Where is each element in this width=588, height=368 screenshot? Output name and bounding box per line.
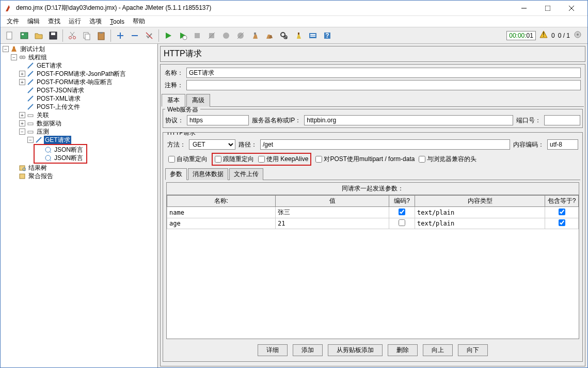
menu-options[interactable]: 选项 xyxy=(85,16,106,27)
start-no-timers-icon[interactable] xyxy=(176,29,189,42)
tab-basic[interactable]: 基本 xyxy=(162,94,185,107)
multipart-checkbox[interactable]: 对POST使用multipart / form-data xyxy=(315,155,415,164)
open-icon[interactable] xyxy=(32,29,45,42)
stop-icon[interactable] xyxy=(190,29,204,42)
thread-count: 0 / 1 xyxy=(558,32,570,39)
clear-all-icon[interactable] xyxy=(263,29,276,42)
tree-post-xml[interactable]: POST-XML请求 xyxy=(18,94,157,103)
new-icon[interactable] xyxy=(3,29,17,42)
tree-pressure-test[interactable]: −压测 xyxy=(18,127,157,136)
tab-advanced[interactable]: 高级 xyxy=(186,94,210,107)
expand-icon[interactable] xyxy=(114,29,127,42)
add-from-clipboard-button[interactable]: 从剪贴板添加 xyxy=(328,344,383,356)
col-name[interactable]: 名称: xyxy=(167,196,276,207)
menu-search[interactable]: 查找 xyxy=(44,16,65,27)
menu-tools[interactable]: Tools xyxy=(106,17,129,26)
delete-button[interactable]: 删除 xyxy=(388,344,418,356)
menu-edit[interactable]: 编辑 xyxy=(23,16,44,27)
follow-redirect-checkbox[interactable]: 跟随重定向 xyxy=(215,155,254,164)
copy-icon[interactable] xyxy=(80,29,93,42)
tree-post-json[interactable]: POST-JSON请求 xyxy=(18,86,157,94)
protocol-field[interactable] xyxy=(187,115,249,125)
detail-button[interactable]: 详细 xyxy=(258,344,288,356)
tree-post-form-response[interactable]: +POST-FORM请求-响应断言 xyxy=(18,78,157,86)
warning-icon: ! xyxy=(539,30,548,41)
svg-point-9 xyxy=(69,36,72,39)
name-label: 名称： xyxy=(165,69,183,77)
subtab-params[interactable]: 参数 xyxy=(165,168,187,180)
col-value[interactable]: 值 xyxy=(276,196,389,207)
add-button[interactable]: 添加 xyxy=(293,344,323,356)
browser-compat-checkbox[interactable]: 与浏览器兼容的头 xyxy=(419,155,476,164)
save-icon[interactable] xyxy=(46,29,60,42)
tree-json-assertion-1[interactable]: JSON断言 xyxy=(36,146,85,154)
shutdown-icon[interactable] xyxy=(205,29,218,42)
auto-redirect-checkbox[interactable]: 自动重定向 xyxy=(168,155,208,164)
table-row[interactable]: name 张三 text/plain xyxy=(167,207,579,218)
encode-checkbox[interactable] xyxy=(399,209,405,215)
params-table[interactable]: 名称: 值 编码? 内容类型 包含等于? name 张三 xyxy=(167,195,579,229)
remote-stop-icon[interactable] xyxy=(234,29,247,42)
name-field[interactable] xyxy=(186,68,581,78)
toggle-icon[interactable] xyxy=(142,29,156,42)
close-button[interactable] xyxy=(560,1,583,16)
cut-icon[interactable] xyxy=(66,29,79,42)
down-button[interactable]: 向下 xyxy=(458,344,488,356)
keepalive-checkbox[interactable]: 使用 KeepAlive xyxy=(258,155,308,164)
tree-data-driven[interactable]: +数据驱动 xyxy=(18,119,157,127)
paste-icon[interactable] xyxy=(94,29,108,42)
server-field[interactable] xyxy=(304,115,513,125)
path-label: 路径： xyxy=(239,140,257,149)
svg-line-11 xyxy=(71,32,74,37)
maximize-button[interactable] xyxy=(536,1,560,16)
timer-display: 00:00:01 xyxy=(506,31,536,40)
tree-post-upload[interactable]: POST-上传文件 xyxy=(18,103,157,111)
clear-icon[interactable] xyxy=(248,29,262,42)
search-icon[interactable] xyxy=(277,29,291,42)
col-type[interactable]: 内容类型 xyxy=(415,196,545,207)
svg-rect-32 xyxy=(298,33,299,35)
panel-title: HTTP请求 xyxy=(160,46,585,62)
method-label: 方法： xyxy=(167,140,186,149)
tree-test-plan[interactable]: −测试计划 xyxy=(2,45,157,53)
up-button[interactable]: 向上 xyxy=(423,344,453,356)
comment-field[interactable] xyxy=(186,80,581,90)
templates-icon[interactable] xyxy=(18,29,31,42)
tree-pressure-get-request[interactable]: −GET请求 xyxy=(26,136,157,144)
collapse-icon[interactable] xyxy=(128,29,141,42)
encode-checkbox[interactable] xyxy=(399,219,405,226)
tree-json-assertion-2[interactable]: JSON断言 xyxy=(36,154,85,162)
svg-point-42 xyxy=(22,56,25,59)
reset-search-icon[interactable] xyxy=(292,29,305,42)
port-field[interactable] xyxy=(544,115,580,125)
content-panel: HTTP请求 名称： 注释： 基本 高级 Web服务器 协议： xyxy=(158,44,587,368)
tree-relation[interactable]: +关联 xyxy=(18,111,157,119)
tree-get-request[interactable]: GET请求 xyxy=(18,61,157,70)
equals-checkbox[interactable] xyxy=(559,209,565,215)
path-field[interactable] xyxy=(260,139,510,150)
toolbar: ? 00:00:01 ! 0 0 / 1 xyxy=(1,27,587,44)
tree-thread-group[interactable]: −线程组 xyxy=(10,53,157,61)
tree-post-form-jsonpath[interactable]: +POST-FORM请求-JsonPath断言 xyxy=(18,70,157,78)
menu-file[interactable]: 文件 xyxy=(3,16,23,27)
settings-gear-icon[interactable] xyxy=(573,30,582,41)
minimize-button[interactable] xyxy=(512,1,536,16)
function-helper-icon[interactable] xyxy=(306,29,320,42)
tree-aggregate-report[interactable]: 聚合报告 xyxy=(10,172,157,180)
equals-checkbox[interactable] xyxy=(559,219,565,226)
encoding-field[interactable] xyxy=(547,139,578,150)
table-row[interactable]: age 21 text/plain xyxy=(167,218,579,229)
col-encode[interactable]: 编码? xyxy=(389,196,415,207)
menu-help[interactable]: 帮助 xyxy=(129,16,149,27)
svg-line-49 xyxy=(50,159,51,161)
remote-start-icon[interactable] xyxy=(219,29,233,42)
help-icon[interactable]: ? xyxy=(321,29,334,42)
subtab-body[interactable]: 消息体数据 xyxy=(188,168,228,180)
start-icon[interactable] xyxy=(162,29,175,42)
menu-run[interactable]: 运行 xyxy=(65,16,85,27)
col-equals[interactable]: 包含等于? xyxy=(545,196,579,207)
method-select[interactable]: GET xyxy=(189,139,235,150)
tree-results-tree[interactable]: 结果树 xyxy=(10,164,157,172)
svg-rect-1 xyxy=(545,6,550,11)
subtab-files[interactable]: 文件上传 xyxy=(229,168,263,180)
